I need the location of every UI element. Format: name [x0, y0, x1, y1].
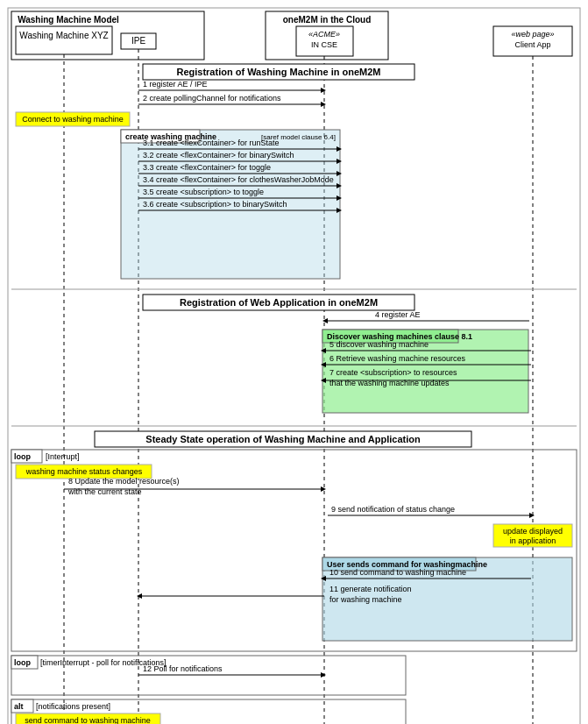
- svg-text:3.1 create <flexContainer> for: 3.1 create <flexContainer> for runState: [143, 138, 280, 147]
- svg-text:3.4 create <flexContainer> for: 3.4 create <flexContainer> for clothesWa…: [143, 175, 334, 184]
- svg-text:for washing machine: for washing machine: [329, 595, 402, 604]
- svg-text:«ACME»: «ACME»: [308, 30, 340, 39]
- svg-text:3.2 create <flexContainer> for: 3.2 create <flexContainer> for binarySwi…: [143, 151, 294, 160]
- svg-text:8 Update the model resource(s): 8 Update the model resource(s): [68, 477, 180, 486]
- svg-text:[notifications present]: [notifications present]: [36, 702, 110, 711]
- svg-text:Steady State operation of Wash: Steady State operation of Washing Machin…: [145, 434, 421, 444]
- svg-text:5 discover washing machine: 5 discover washing machine: [329, 340, 429, 349]
- svg-text:4 register AE: 4 register AE: [375, 310, 421, 319]
- svg-text:7 create <subscription> to res: 7 create <subscription> to resources: [329, 368, 457, 377]
- svg-text:Registration of Web Applicatio: Registration of Web Application in oneM2…: [180, 297, 378, 308]
- svg-text:3.3 create <flexContainer> for: 3.3 create <flexContainer> for toggle: [143, 163, 271, 172]
- svg-text:Connect to washing machine: Connect to washing machine: [22, 115, 124, 124]
- svg-text:alt: alt: [14, 702, 24, 711]
- sequence-diagram: Washing Machine Model Washing Machine XY…: [7, 7, 581, 724]
- svg-text:loop: loop: [14, 452, 31, 461]
- svg-text:1 register AE / IPE: 1 register AE / IPE: [143, 80, 208, 89]
- svg-text:that the washing machine updat: that the washing machine updates: [329, 379, 450, 387]
- svg-text:6 Retrieve washing machine res: 6 Retrieve washing machine resources: [329, 354, 466, 363]
- svg-text:9 send notification of status : 9 send notification of status change: [331, 505, 455, 514]
- svg-text:3.6 create <subscription> to b: 3.6 create <subscription> to binarySwitc…: [143, 200, 287, 209]
- svg-text:[Interrupt]: [Interrupt]: [46, 452, 80, 461]
- svg-text:2 create pollingChannel for no: 2 create pollingChannel for notification…: [143, 94, 281, 103]
- svg-text:12 Poll for notifications: 12 Poll for notifications: [143, 664, 223, 673]
- svg-text:loop: loop: [14, 658, 31, 667]
- svg-text:IPE: IPE: [131, 36, 145, 46]
- svg-text:IN CSE: IN CSE: [311, 40, 337, 49]
- svg-text:oneM2M in the Cloud: oneM2M in the Cloud: [283, 15, 372, 25]
- svg-text:in application: in application: [510, 536, 556, 545]
- svg-text:Washing Machine Model: Washing Machine Model: [18, 15, 119, 25]
- svg-text:10 send command to washing mac: 10 send command to washing machine: [329, 568, 466, 577]
- svg-text:3.5 create <subscription> to t: 3.5 create <subscription> to toggle: [143, 188, 264, 196]
- svg-text:11 generate notification: 11 generate notification: [329, 585, 412, 593]
- svg-text:with the current state: with the current state: [67, 487, 142, 496]
- svg-text:«web page»: «web page»: [511, 30, 554, 39]
- diagram-container: Washing Machine Model Washing Machine XY…: [0, 0, 588, 724]
- svg-text:Washing Machine XYZ: Washing Machine XYZ: [19, 31, 108, 40]
- svg-text:Client App: Client App: [514, 40, 550, 49]
- svg-text:Registration of Washing Machin: Registration of Washing Machine in oneM2…: [176, 67, 380, 77]
- svg-text:update displayed: update displayed: [503, 527, 563, 536]
- svg-text:washing machine status changes: washing machine status changes: [25, 467, 143, 476]
- svg-text:send command to washing machin: send command to washing machine: [25, 716, 151, 724]
